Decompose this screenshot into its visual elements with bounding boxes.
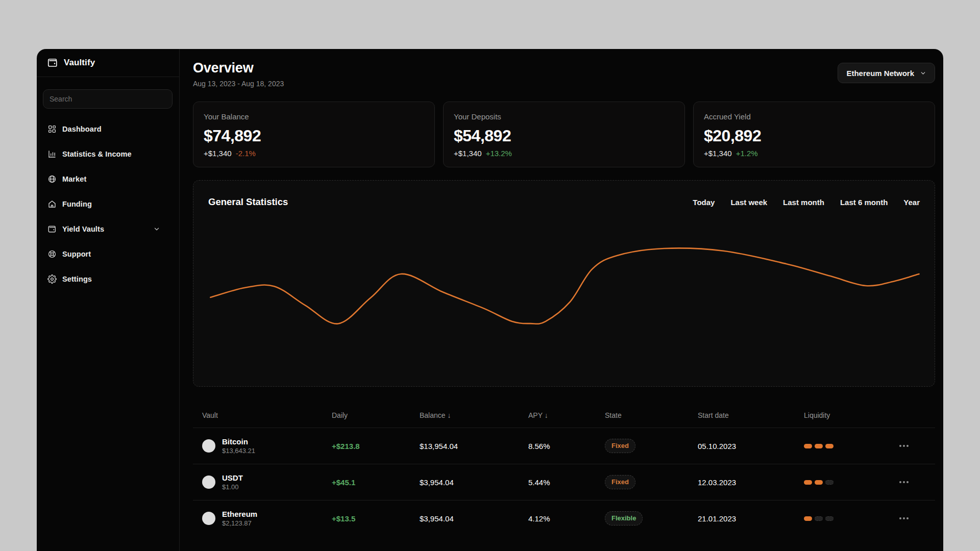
deposits-card: Your Deposits $54,892 +$1,340 +13.2%	[443, 102, 685, 167]
row-menu-button[interactable]	[899, 481, 935, 483]
balance-card: Your Balance $74,892 +$1,340 -2.1%	[193, 102, 435, 167]
house-icon	[47, 199, 57, 209]
liquidity-indicator	[804, 480, 899, 485]
ethereum-coin-icon	[202, 512, 215, 525]
sidebar-item-support[interactable]: Support	[37, 241, 179, 266]
date-range: Aug 13, 2023 - Aug 18, 2023	[193, 80, 284, 88]
row-menu-button[interactable]	[899, 445, 935, 447]
chart-line	[210, 248, 919, 323]
vaults-table: Vault Daily Balance ↓ APY ↓ State Start …	[193, 403, 935, 536]
sidebar: Vaultify Dashboard Statistics & Income	[37, 49, 180, 551]
sidebar-nav: Dashboard Statistics & Income Market Fun…	[37, 116, 179, 291]
sidebar-item-yield-vaults[interactable]: Yield Vaults	[37, 216, 179, 241]
row-menu-button[interactable]	[899, 517, 935, 519]
deposits-value: $54,892	[454, 127, 674, 145]
search-input[interactable]	[43, 89, 173, 109]
col-vault: Vault	[202, 411, 332, 419]
bitcoin-coin-icon	[202, 439, 215, 453]
col-daily: Daily	[332, 411, 420, 419]
chevron-down-icon	[920, 70, 926, 77]
table-row-bitcoin[interactable]: Bitcoin $13,643.21 +$213.8 $13,954.04 8.…	[193, 428, 935, 464]
general-statistics-card: General Statistics Today Last week Last …	[193, 180, 935, 387]
sidebar-item-funding[interactable]: Funding	[37, 191, 179, 216]
state-badge: Fixed	[605, 475, 635, 489]
usdt-coin-icon	[202, 475, 215, 489]
sidebar-item-dashboard[interactable]: Dashboard	[37, 116, 179, 141]
sidebar-item-market[interactable]: Market	[37, 166, 179, 191]
state-badge: Flexible	[605, 511, 643, 525]
wallet-logo-icon	[47, 57, 58, 68]
liquidity-indicator	[804, 444, 899, 448]
sidebar-item-settings[interactable]: Settings	[37, 266, 179, 291]
yield-card: Accrued Yield $20,892 +$1,340 +1.2%	[693, 102, 935, 167]
table-header: Vault Daily Balance ↓ APY ↓ State Start …	[202, 403, 935, 428]
table-row-usdt[interactable]: USDT $1.00 +$45.1 $3,954.04 5.44% Fixed …	[193, 464, 935, 500]
sidebar-item-statistics[interactable]: Statistics & Income	[37, 141, 179, 166]
state-badge: Fixed	[605, 439, 635, 453]
col-balance[interactable]: Balance ↓	[420, 411, 528, 419]
balance-value: $74,892	[204, 127, 424, 145]
dashboard-icon	[47, 124, 57, 134]
liquidity-indicator	[804, 516, 899, 521]
gear-icon	[47, 274, 57, 284]
app-window: Vaultify Dashboard Statistics & Income	[37, 49, 943, 551]
stat-cards: Your Balance $74,892 +$1,340 -2.1% Your …	[193, 102, 935, 167]
vault-icon	[47, 224, 57, 234]
sort-desc-icon: ↓	[447, 411, 451, 419]
table-row-ethereum[interactable]: Ethereum $2,123.87 +$13.5 $3,954.04 4.12…	[193, 500, 935, 536]
sort-desc-icon: ↓	[545, 411, 548, 419]
network-selector[interactable]: Ethereum Network	[838, 63, 935, 83]
logo: Vaultify	[37, 49, 179, 77]
main-content: Overview Aug 13, 2023 - Aug 18, 2023 Eth…	[180, 49, 943, 551]
brand-name: Vaultify	[64, 58, 95, 68]
lifebuoy-icon	[47, 249, 57, 259]
col-apy[interactable]: APY ↓	[528, 411, 605, 419]
col-start-date: Start date	[698, 411, 804, 419]
col-state: State	[605, 411, 698, 419]
page-title: Overview	[193, 60, 284, 76]
col-liquidity: Liquidity	[804, 411, 899, 419]
globe-icon	[47, 174, 57, 184]
bar-chart-icon	[47, 149, 57, 159]
line-chart	[193, 181, 935, 386]
chevron-down-icon	[152, 226, 161, 233]
yield-value: $20,892	[704, 127, 924, 145]
